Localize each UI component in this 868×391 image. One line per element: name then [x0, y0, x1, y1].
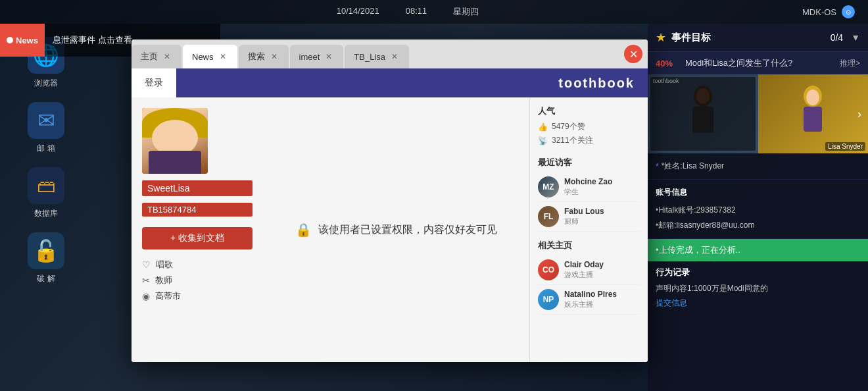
time-label: 08:11: [406, 6, 427, 18]
os-label: MDK-OS: [802, 7, 836, 17]
event-percent: 40%: [656, 59, 679, 68]
news-label: News: [0, 24, 45, 57]
related-avatar-co: CO: [538, 259, 559, 280]
browser-close-button[interactable]: ✕: [624, 45, 642, 63]
tab-news-label: News: [192, 52, 214, 62]
database-icon: 🗃: [28, 167, 64, 204]
tab-imeet-close[interactable]: ✕: [324, 51, 334, 62]
visitor-item-2: FL Fabu Lous 厨师: [538, 202, 640, 232]
related-item-1: CO Clair Oday 游戏主播: [538, 255, 640, 285]
panel-label-right: Lisa Snyder: [825, 142, 865, 151]
follows-count: 3211个关注: [552, 135, 593, 146]
mail-label: 邮 箱: [37, 143, 55, 154]
behavior-text: 声明内容1:1000万是Modi同意的: [656, 282, 860, 294]
follow-icon: 📡: [538, 136, 548, 145]
site-title: toothbook: [178, 76, 648, 91]
tag-singing: ♡ 唱歌: [142, 259, 253, 271]
likes-count: 5479个赞: [552, 121, 585, 132]
event-action[interactable]: 推理>: [840, 58, 860, 69]
popularity-section: 人气 👍 5479个赞 📡 3211个关注: [538, 105, 640, 149]
upload-status-text: •上传完成，正在分析..: [656, 245, 740, 255]
visitor-info-mz: Mohcine Zao 学生: [564, 177, 612, 197]
tab-imeet[interactable]: imeet ✕: [290, 45, 344, 68]
profile-main: 🔒 该使用者已设置权限，内容仅好友可见: [263, 97, 529, 362]
tab-search-close[interactable]: ✕: [269, 51, 279, 62]
tab-search-label: 搜索: [248, 51, 265, 63]
thumbs-up-icon: 👍: [538, 122, 548, 132]
related-item-2: NP Natalino Pires 娱乐主播: [538, 285, 640, 315]
tag-teacher: ✂ 教师: [142, 274, 253, 286]
avatar-image: [142, 108, 208, 174]
login-button[interactable]: 登录: [132, 68, 178, 97]
tag-location-label: 高蒂市: [155, 290, 181, 302]
panel-label-left: toothbook: [650, 77, 756, 151]
tab-home-label: 主页: [141, 51, 158, 63]
svg-rect-5: [804, 107, 822, 132]
submit-info-link[interactable]: 提交信息: [656, 298, 687, 307]
userid-box: TB15874784: [142, 203, 253, 217]
behavior-link-row: 提交信息: [656, 297, 860, 309]
collect-button[interactable]: + 收集到文档: [142, 227, 253, 249]
tag-singing-label: 唱歌: [156, 259, 173, 271]
tab-search[interactable]: 搜索 ✕: [239, 45, 289, 68]
browser-nav: 登录 toothbook: [132, 68, 648, 97]
star-icon: ★: [656, 30, 666, 45]
news-dot: [7, 37, 13, 43]
desktop: 10/14/2021 08:11 星期四 MDK-OS ⊙ News 息泄露事件…: [0, 0, 868, 391]
database-label: 数据库: [34, 208, 58, 219]
tab-tb-lisa-label: TB_Lisa: [354, 52, 385, 62]
visitor-role-2: 厨师: [564, 217, 604, 226]
panel-img-right: Lisa Snyder: [758, 74, 869, 153]
visitor-name-1: Mohcine Zao: [564, 177, 612, 186]
panel-img-left: toothbook: [648, 74, 758, 153]
tab-home-close[interactable]: ✕: [162, 51, 172, 62]
sidebar-item-mail[interactable]: ✉ 邮 箱: [28, 102, 64, 154]
tab-tb-lisa-close[interactable]: ✕: [389, 51, 400, 62]
follows-stat: 📡 3211个关注: [538, 135, 640, 146]
tab-tb-lisa[interactable]: TB_Lisa ✕: [345, 45, 409, 68]
chevron-down-icon[interactable]: ▼: [851, 32, 860, 43]
privacy-text: 该使用者已设置权限，内容仅好友可见: [318, 223, 497, 237]
crack-label: 破 解: [37, 273, 55, 284]
event-desc: Modi和Lisa之间发生了什么?: [685, 57, 833, 69]
tag-location: ◉ 高蒂市: [142, 290, 253, 302]
browser-label: 浏览器: [34, 78, 58, 89]
visitor-avatar-mz: MZ: [538, 176, 559, 197]
sidebar: 🌐 浏览器 ✉ 邮 箱 🗃 数据库 🔓 破 解: [0, 24, 92, 391]
heart-icon: ♡: [142, 259, 151, 270]
tab-imeet-label: imeet: [299, 52, 320, 62]
profile-area: SweetLisa TB15874784 + 收集到文档 ♡ 唱歌 ✂ 教师 ◉…: [132, 97, 648, 362]
visitors-section: 最近访客 MZ Mohcine Zao 学生 FL Fabu Lous 厨师: [538, 157, 640, 232]
sidebar-item-crack[interactable]: 🔓 破 解: [28, 232, 64, 284]
event-header: ★ 事件目标 0/4 ▼: [648, 24, 868, 52]
sidebar-item-database[interactable]: 🗃 数据库: [28, 167, 64, 219]
tab-home[interactable]: 主页 ✕: [132, 45, 181, 68]
profile-left: SweetLisa TB15874784 + 收集到文档 ♡ 唱歌 ✂ 教师 ◉…: [132, 97, 263, 362]
event-title: 事件目标: [671, 32, 825, 44]
topbar: 10/14/2021 08:11 星期四 MDK-OS ⊙: [0, 0, 868, 24]
weekday-label: 星期四: [453, 6, 479, 18]
avatar: [142, 108, 208, 174]
privacy-notice: 🔒 该使用者已设置权限，内容仅好友可见: [263, 97, 529, 362]
event-progress-bar: 40% Modi和Lisa之间发生了什么? 推理>: [648, 52, 868, 74]
related-avatar-np: NP: [538, 289, 559, 310]
event-progress: 0/4: [831, 32, 843, 43]
tag-teacher-label: 教师: [155, 274, 172, 286]
datetime-label: 10/14/2021: [337, 6, 379, 18]
visitor-role-1: 学生: [564, 187, 612, 197]
right-panel: ★ 事件目标 0/4 ▼ 40% Modi和Lisa之间发生了什么? 推理>: [648, 24, 868, 391]
name-section: * *姓名:Lisa Snyder: [648, 153, 868, 180]
news-tag: News: [16, 36, 38, 45]
tab-news[interactable]: News ✕: [183, 45, 237, 68]
related-name-1: Clair Oday: [564, 260, 604, 269]
panel-next-arrow[interactable]: ›: [857, 107, 861, 121]
profile-right: 人气 👍 5479个赞 📡 3211个关注 最近访客 MZ: [529, 97, 648, 362]
related-role-2: 娱乐主播: [564, 300, 617, 309]
avatar-body: [149, 151, 201, 174]
account-title: 账号信息: [656, 185, 860, 200]
profile-tags: ♡ 唱歌 ✂ 教师 ◉ 高蒂市: [142, 259, 253, 302]
behavior-content: 声明内容1:1000万是Modi同意的: [656, 284, 768, 293]
tab-bar: 主页 ✕ News ✕ 搜索 ✕ imeet ✕ TB_Lisa ✕ ✕: [132, 39, 648, 68]
tab-news-close[interactable]: ✕: [218, 51, 228, 62]
location-icon: ◉: [142, 291, 150, 301]
